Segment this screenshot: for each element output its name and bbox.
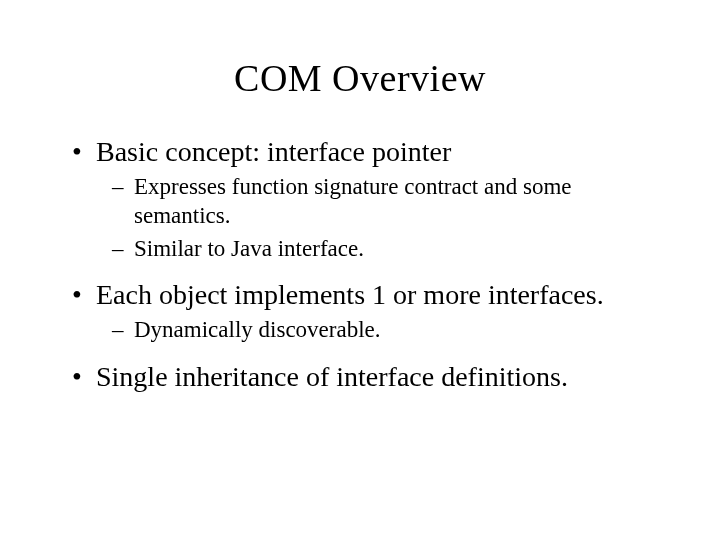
bullet-level1: Basic concept: interface pointer [72,134,660,169]
slide-title: COM Overview [0,0,720,120]
slide: COM Overview Basic concept: interface po… [0,0,720,540]
bullet-level2: Similar to Java interface. [72,235,660,264]
bullet-level1: Each object implements 1 or more interfa… [72,277,660,312]
bullet-level2: Expresses function signature contract an… [72,173,660,231]
bullet-level2: Dynamically discoverable. [72,316,660,345]
slide-body: Basic concept: interface pointer Express… [0,134,720,394]
bullet-level1: Single inheritance of interface definiti… [72,359,660,394]
